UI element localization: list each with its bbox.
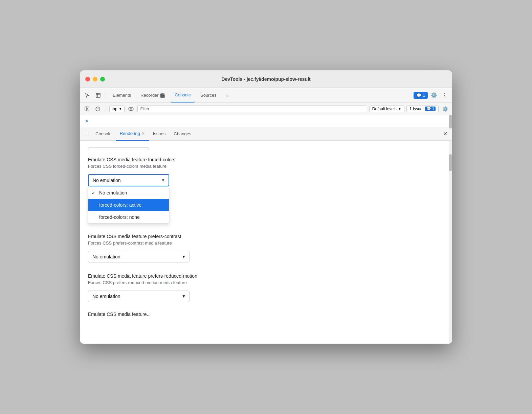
close-button[interactable] [85, 77, 90, 82]
right-scrollbar-thumb[interactable] [449, 154, 452, 171]
clear-console-icon[interactable] [93, 105, 102, 113]
checkmark-icon: ✓ [92, 190, 95, 196]
prefers-reduced-motion-title: Emulate CSS media feature prefers-reduce… [88, 273, 442, 279]
title-bar: DevTools - jec.fyi/demo/pup-slow-result [80, 70, 452, 88]
dropdown-arrow-icon: ▼ [161, 178, 165, 183]
vertical-scrollbar[interactable] [449, 115, 452, 127]
scrollbar-thumb[interactable] [449, 115, 452, 129]
minimize-button[interactable] [93, 77, 97, 82]
tab-sources[interactable]: Sources [196, 88, 221, 102]
inspect-icon[interactable] [93, 91, 103, 100]
devtools-window: DevTools - jec.fyi/demo/pup-slow-result … [80, 70, 452, 344]
forced-colors-desc: Forces CSS forced-colors media feature [88, 164, 442, 169]
tab-recorder[interactable]: Recorder 🎬 [136, 88, 169, 102]
messages-badge[interactable]: 💬 1 [414, 92, 428, 99]
rendering-content: Emulate CSS media feature forced-colors … [80, 141, 452, 344]
dropdown-arrow-plain-2-icon: ▼ [182, 294, 186, 299]
forced-colors-section: Emulate CSS media feature forced-colors … [88, 157, 442, 186]
prefers-contrast-desc: Forces CSS prefers-contrast media featur… [88, 240, 442, 246]
forced-colors-dropdown[interactable]: No emulation ▼ [88, 174, 169, 186]
filter-input[interactable] [137, 106, 367, 112]
panel-menu-icon[interactable]: ⋮ [83, 130, 91, 138]
console-prompt[interactable]: > [85, 118, 88, 124]
console-toolbar: top ▼ Default levels ▼ 1 Issue: 💬 1 ⚙️ [80, 103, 452, 115]
tab-panel-issues[interactable]: Issues [149, 127, 170, 141]
prefers-reduced-motion-desc: Forces CSS prefers-reduced-motion media … [88, 280, 442, 285]
prefers-reduced-motion-dropdown-wrapper: No emulation ▼ [88, 291, 190, 302]
sidebar-toggle-icon[interactable] [83, 105, 91, 113]
prefers-contrast-section: Emulate CSS media feature prefers-contra… [88, 234, 442, 262]
levels-selector[interactable]: Default levels ▼ [369, 106, 404, 112]
option-forced-colors-active[interactable]: forced-colors: active [88, 199, 169, 211]
svg-marker-5 [87, 108, 88, 110]
tab-console[interactable]: Console [171, 88, 195, 102]
tab-elements[interactable]: Elements [109, 88, 135, 102]
svg-point-9 [130, 108, 132, 110]
forced-colors-dropdown-wrapper: No emulation ▼ ✓ No emulation forced-col… [88, 174, 169, 186]
settings-icon[interactable]: ⚙️ [429, 91, 439, 100]
tab-rendering-close[interactable]: ✕ [141, 131, 145, 136]
option-forced-colors-none[interactable]: forced-colors: none [88, 211, 169, 223]
dropdown-arrow-plain-icon: ▼ [182, 254, 186, 259]
prefers-contrast-dropdown[interactable]: No emulation ▼ [88, 251, 190, 262]
prefers-reduced-motion-section: Emulate CSS media feature prefers-reduce… [88, 273, 442, 302]
toolbar-divider-1 [106, 91, 106, 99]
more-options-icon[interactable]: ⋮ [440, 91, 449, 100]
console-area[interactable]: > [80, 115, 452, 127]
option-no-emulation[interactable]: ✓ No emulation [88, 187, 169, 199]
panel-tabs: ⋮ Console Rendering ✕ Issues Changes ✕ [80, 127, 452, 141]
cursor-icon[interactable] [83, 91, 92, 100]
tab-panel-changes[interactable]: Changes [170, 127, 195, 141]
console-input-area: > [80, 115, 452, 127]
traffic-lights [85, 77, 105, 82]
forced-colors-title: Emulate CSS media feature forced-colors [88, 157, 442, 162]
bottom-truncated-label: Emulate CSS media feature... [88, 312, 442, 317]
right-scrollbar-track[interactable] [449, 141, 452, 344]
rendering-panel: Emulate CSS media feature forced-colors … [80, 141, 452, 344]
prefers-contrast-dropdown-wrapper: No emulation ▼ [88, 251, 190, 262]
eye-icon[interactable] [127, 105, 135, 113]
context-selector[interactable]: top ▼ [109, 106, 125, 112]
tab-panel-console[interactable]: Console [91, 127, 116, 141]
issues-badge[interactable]: 1 Issue: 💬 1 [406, 106, 439, 112]
maximize-button[interactable] [100, 77, 105, 82]
window-title: DevTools - jec.fyi/demo/pup-slow-result [221, 76, 310, 82]
console-divider [106, 105, 106, 113]
main-toolbar: Elements Recorder 🎬 Console Sources » 💬 … [80, 88, 452, 103]
tab-more[interactable]: » [222, 88, 232, 102]
scroll-above [88, 147, 442, 150]
svg-rect-3 [85, 107, 89, 111]
prefers-contrast-title: Emulate CSS media feature prefers-contra… [88, 234, 442, 239]
panel-close-icon[interactable]: ✕ [441, 130, 449, 138]
console-settings-icon[interactable]: ⚙️ [441, 105, 449, 113]
prefers-reduced-motion-dropdown[interactable]: No emulation ▼ [88, 291, 190, 302]
above-dropdown [88, 147, 149, 150]
issue-count-badge: 💬 1 [425, 107, 436, 111]
forced-colors-menu: ✓ No emulation forced-colors: active for… [88, 186, 169, 224]
tab-panel-rendering[interactable]: Rendering ✕ [116, 127, 149, 141]
svg-rect-0 [96, 93, 100, 97]
